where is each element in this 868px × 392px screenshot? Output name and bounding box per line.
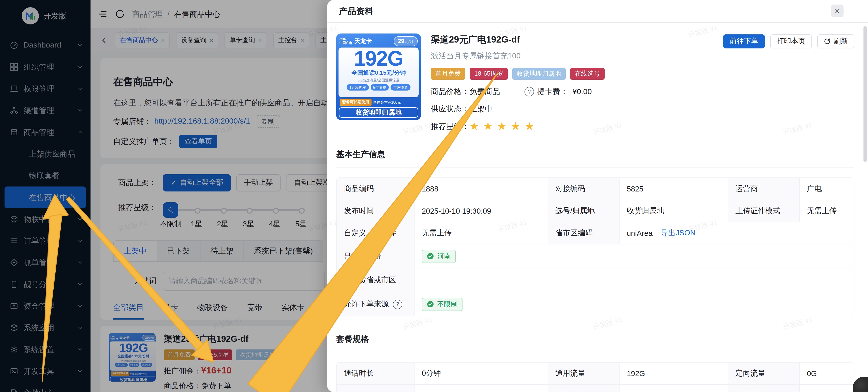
close-icon: × xyxy=(835,6,840,15)
table-label: 选号/归属地 xyxy=(548,200,620,222)
table-label: 原月租 xyxy=(337,385,414,392)
sim-brand: 中国广电 xyxy=(339,41,352,44)
table-value: uniArea 导出JSON xyxy=(620,222,854,244)
table-label: 只发货省份 xyxy=(337,244,414,268)
table-label: 定向流量 xyxy=(728,363,800,385)
order-source-tag: 不限制 xyxy=(422,298,463,311)
sim-footer: 收货地即归属地 xyxy=(339,107,418,118)
sim-brand2: CBN xyxy=(339,38,352,41)
fee-label: 提卡费： xyxy=(537,87,568,97)
drawer-price-label: 商品价格： xyxy=(431,87,469,97)
question-circle-icon[interactable]: ? xyxy=(525,87,534,96)
sim-banner-left: 套餐可长期使用 xyxy=(340,99,371,106)
supply-label: 供应状态： xyxy=(431,104,469,114)
table-value-empty xyxy=(414,268,854,293)
drawer-header: 产品资料 xyxy=(327,0,868,23)
refresh-icon xyxy=(824,38,831,45)
table-label: 允许下单来源 ? xyxy=(337,293,414,316)
go-order-button[interactable]: 前往下单 xyxy=(723,34,765,49)
drawer-product-image: CBN中国广电 天龙卡 29元/月 192G 全国通话0.15元/分钟 5G高速… xyxy=(336,33,421,120)
table-value: 0个月 xyxy=(800,385,854,392)
table-label: 优惠后月租 xyxy=(548,385,620,392)
table-label: 通用流量 xyxy=(548,363,620,385)
table-value: 河南 xyxy=(414,244,854,268)
print-page-button[interactable]: 打印本页 xyxy=(770,34,812,49)
spec-table: 通话时长 0分钟 通用流量 192G 定向流量 0G 原月租 29元 优惠后月租… xyxy=(336,362,855,392)
table-value: 29元 xyxy=(414,385,548,392)
table-value: 无需上传 xyxy=(800,200,854,222)
refresh-button[interactable]: 刷新 xyxy=(817,34,855,49)
sim-badge-unit: 元/月 xyxy=(404,39,414,44)
spec-title: 套餐规格 xyxy=(336,334,855,344)
fee-value: ¥0.00 xyxy=(572,87,592,96)
sim-data-note: 5G高速流量/全国通用流量 xyxy=(358,78,400,83)
drawer-title: 产品资料 xyxy=(339,5,373,17)
drawer-product-subtitle: 激活当月专属链接首充100 xyxy=(431,51,855,61)
table-value: 广电 xyxy=(800,178,854,200)
product-detail-drawer: 产品资料 × CBN中国广电 天龙卡 29元/月 192G 全国通话0.15元/… xyxy=(327,0,868,392)
sim-pills: 18-65周岁5年资费京东快递 xyxy=(347,84,410,91)
table-label: 运营商 xyxy=(728,178,800,200)
drawer-body: CBN中国广电 天龙卡 29元/月 192G 全国通话0.15元/分钟 5G高速… xyxy=(327,23,868,392)
table-value: 1888 xyxy=(414,178,548,200)
star-rating: ★★★★★ xyxy=(469,121,538,132)
table-label: 通话时长 xyxy=(337,363,414,385)
table-label: 自定义上传组件 xyxy=(337,222,414,244)
sim-banner-right: 快递处首充100元 xyxy=(373,100,401,105)
table-label: 不发货省或市区 xyxy=(337,268,414,293)
table-value: 192G xyxy=(620,363,728,385)
sim-badge-num: 29 xyxy=(398,37,404,44)
table-label: 省市区编码 xyxy=(548,222,620,244)
table-value: 5825 xyxy=(620,178,728,200)
drawer-product-tag: 首月免费 xyxy=(431,68,465,80)
check-circle-icon xyxy=(427,301,434,308)
basic-info-title: 基本生产信息 xyxy=(336,149,855,160)
table-label: 商品编码 xyxy=(337,178,414,200)
table-value: 0G xyxy=(800,363,854,385)
close-button[interactable]: × xyxy=(831,4,843,17)
question-circle-icon[interactable]: ? xyxy=(393,299,402,309)
sim-pill: 18-65周岁 xyxy=(347,84,369,91)
basic-info-table: 商品编码 1888 对接编码 5825 运营商 广电 发布时间 2025-10-… xyxy=(336,177,855,316)
table-value: 0分钟 xyxy=(414,363,548,385)
table-value: 无需上传 xyxy=(414,222,548,244)
drawer-product-tag: 在线选号 xyxy=(570,68,604,80)
table-label: 对接编码 xyxy=(548,178,620,200)
table-label: 优惠期限 xyxy=(728,385,800,392)
app-root: 开发版 Dashboard 组织管理 权限管理 渠道管理 xyxy=(0,0,868,392)
province-tag: 河南 xyxy=(422,250,456,263)
sim-data-amount: 192G xyxy=(354,48,403,69)
table-value: 29元 xyxy=(620,385,728,392)
drawer-product-tag: 收货地即归属地 xyxy=(512,68,566,80)
drawer-scrollbar[interactable] xyxy=(864,26,867,162)
export-json-link[interactable]: 导出JSON xyxy=(661,228,695,238)
table-value: 不限制 xyxy=(414,293,854,316)
table-label: 上传证件模式 xyxy=(728,200,800,222)
table-label: 发布时间 xyxy=(337,200,414,222)
drawer-product-tag: 18-65周岁 xyxy=(470,68,508,80)
drawer-price-value: 免费商品 xyxy=(469,87,500,97)
check-circle-icon xyxy=(427,252,434,260)
table-value: 收货归属地 xyxy=(620,200,728,222)
drawer-star-label: 推荐星级： xyxy=(431,121,469,131)
sim-call-rate: 全国通话0.15元/分钟 xyxy=(351,69,406,77)
sim-name: 天龙卡 xyxy=(354,37,372,45)
drawer-product-tags: 首月免费18-65周岁收货地即归属地在线选号 xyxy=(431,68,855,80)
sim-pill: 京东快递 xyxy=(391,84,410,91)
supply-value: 上架中 xyxy=(469,104,492,114)
sim-pill: 5年资费 xyxy=(370,84,389,91)
table-value: 2025-10-10 19:30:09 xyxy=(414,200,548,222)
basic-info-section: 基本生产信息 商品编码 1888 对接编码 5825 运营商 广电 发布时间 2… xyxy=(336,149,855,316)
spec-section: 套餐规格 通话时长 0分钟 通用流量 192G 定向流量 0G 原月租 29元 … xyxy=(336,334,855,392)
